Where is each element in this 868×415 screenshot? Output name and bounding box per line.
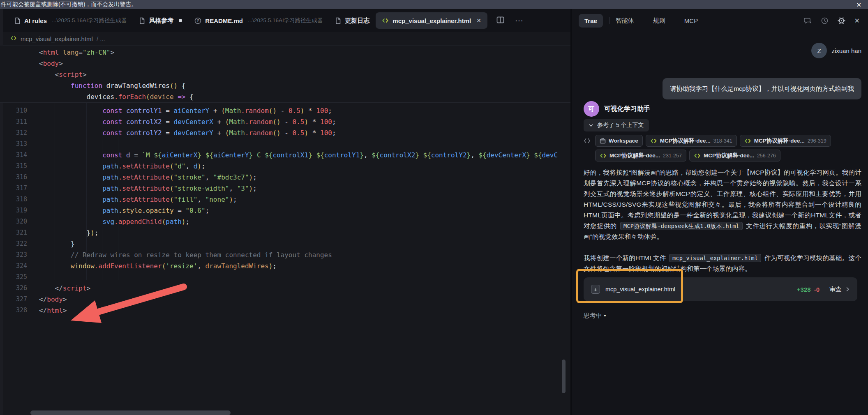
editor-tab-4[interactable]: mcp_visual_explainer.html✕ — [376, 12, 487, 29]
line-content: const controlY2 = devCenterY + (Math.ran… — [27, 127, 336, 138]
new-chat-icon[interactable] — [804, 17, 812, 25]
line-content: path.setAttribute("d", d); — [27, 161, 205, 172]
sticky-line[interactable]: <body> — [0, 58, 570, 69]
code-line[interactable]: 313 — [0, 138, 570, 150]
code-line[interactable]: 328</html> — [0, 305, 570, 316]
breadcrumb-rest[interactable]: / ... — [97, 35, 105, 42]
breadcrumb-file-icon — [10, 35, 17, 43]
assistant-paragraph-1: 好的，我将按照“图解漫画”的思路，帮助您创建一个关于【MCP协议】的可视化学习网… — [584, 167, 861, 242]
code-line[interactable]: 311 const controlX2 = devCenterX + (Math… — [0, 116, 570, 127]
code-token: ) — [90, 229, 95, 237]
code-token: * — [304, 107, 316, 115]
line-content: svg.appendChild(path); — [27, 216, 189, 227]
code-line[interactable]: 314 const d = `M ${aiCenterX} ${aiCenter… — [0, 150, 570, 161]
code-token: "stroke" — [174, 173, 205, 181]
diff-removed: -0 — [814, 286, 820, 293]
panel-tab-Trae[interactable]: Trae — [579, 14, 603, 28]
breadcrumb[interactable]: mcp_visual_explainer.html / ... — [0, 32, 570, 46]
code-line[interactable]: 318 path.setAttribute("fill", "none"); — [0, 194, 570, 205]
code-line[interactable]: 310 const controlY1 = aiCenterY + (Math.… — [0, 105, 570, 116]
code-icon — [382, 17, 389, 24]
file-icon — [14, 17, 21, 24]
sticky-line[interactable]: <html lang="zh-CN"> — [0, 47, 570, 58]
tab-close-icon[interactable]: ✕ — [476, 17, 481, 24]
created-file-card[interactable]: + mcp_visual_explainer.html +328 -0 审查 — [584, 277, 857, 301]
code-token — [39, 284, 55, 292]
code-line[interactable]: 321 }); — [0, 227, 570, 238]
code-token: device — [150, 93, 174, 101]
panel-tab-MCP[interactable]: MCP — [684, 17, 698, 24]
chat-panel-header: Trae智能体规则MCP ✕ — [572, 9, 868, 32]
panel-tab-规则[interactable]: 规则 — [653, 17, 665, 25]
editor-tab-0[interactable]: AI rules...\2025.5.16AI学习路径生成器 — [8, 12, 133, 29]
code-token: "3" — [237, 184, 249, 192]
assistant-avatar: 可 — [584, 101, 599, 117]
split-editor-icon[interactable] — [496, 16, 504, 25]
code-line[interactable]: 315 path.setAttribute("d", d); — [0, 161, 570, 172]
tab-bar-actions: ⋯ — [496, 16, 524, 25]
code-line[interactable]: 319 path.style.opacity = "0.6"; — [0, 205, 570, 216]
history-icon[interactable] — [821, 17, 829, 25]
code-token: } — [467, 151, 471, 159]
panel-tab-智能体[interactable]: 智能体 — [616, 17, 634, 25]
line-content: </html> — [27, 305, 67, 316]
code-line[interactable]: 323 // Redraw wires on resize to keep th… — [0, 249, 570, 261]
editor-horizontal-scrollbar[interactable] — [30, 410, 231, 415]
context-ref-chip[interactable]: Workspace — [595, 135, 643, 147]
code-line[interactable]: 327</body> — [0, 294, 570, 305]
code-line[interactable]: 316 path.setAttribute("stroke", "#bdc3c7… — [0, 172, 570, 183]
pane-divider[interactable] — [570, 9, 572, 415]
code-token: controlY2 — [431, 151, 467, 159]
code-token: } — [39, 240, 75, 248]
code-token: ) — [197, 162, 201, 170]
ai-chat-pane: Trae智能体规则MCP ✕ Z zixuan han 请协助我学习【什么是mc… — [572, 9, 868, 415]
code-line[interactable]: 325 — [0, 272, 570, 283]
ref-line-range: 318-341 — [713, 138, 732, 144]
more-actions-icon[interactable]: ⋯ — [515, 16, 524, 25]
line-number: 317 — [0, 183, 27, 194]
code-token: ( — [162, 218, 166, 226]
code-token: .setAttribute — [118, 173, 170, 181]
code-line[interactable]: 326 </script> — [0, 283, 570, 294]
code-token: .setAttribute — [118, 184, 170, 192]
breadcrumb-file-name[interactable]: mcp_visual_explainer.html — [21, 35, 93, 42]
sticky-line[interactable]: devices.forEach(device => { — [0, 91, 570, 102]
code-token — [39, 162, 102, 170]
code-line[interactable]: 312 const controlY2 = devCenterY + (Math… — [0, 127, 570, 138]
editor-tab-2[interactable]: ?README.md...\2025.5.16AI学习路径生成器 — [188, 12, 329, 29]
code-token — [201, 151, 205, 159]
inline-code-chip[interactable]: mcp_visual_explainer.html — [669, 254, 761, 262]
editor-tab-1[interactable]: 风格参考 — [133, 12, 188, 29]
code-token: } — [197, 151, 201, 159]
context-ref-chip[interactable]: MCP协议解释-dee...296-319 — [740, 135, 831, 147]
close-panel-icon[interactable]: ✕ — [854, 17, 860, 25]
context-ref-chip[interactable]: MCP协议解释-dee...231-257 — [595, 150, 686, 161]
code-token: () — [272, 129, 280, 137]
code-file-icon — [600, 152, 607, 159]
settings-gear-icon[interactable] — [838, 17, 845, 25]
review-button[interactable]: 审查 — [829, 286, 842, 293]
context-ref-chip[interactable]: MCP协议解释-dee...256-276 — [689, 150, 780, 161]
code-token: , — [197, 196, 205, 203]
sticky-line[interactable]: function drawTangledWires() { — [0, 80, 570, 91]
code-line[interactable]: 317 path.setAttribute("stroke-width", "3… — [0, 183, 570, 194]
editor-tab-3[interactable]: 更新日志 — [329, 12, 376, 29]
code-line[interactable]: 324 window.addEventListener('resize', dr… — [0, 261, 570, 272]
code-token: > — [83, 71, 87, 78]
code-token — [39, 207, 102, 214]
code-token: drawTangledWires — [205, 262, 269, 270]
line-content — [27, 272, 39, 283]
code-line[interactable]: 322 } — [0, 238, 570, 249]
editor-vertical-scrollbar[interactable] — [562, 360, 566, 393]
code-token: devC — [542, 151, 558, 159]
tab-label: mcp_visual_explainer.html — [392, 17, 471, 24]
code-editor[interactable]: <html lang="zh-CN"><body> <script> funct… — [0, 46, 570, 316]
context-ref-chip[interactable]: MCP协议解释-dee...318-341 — [646, 135, 737, 147]
line-content: path.style.opacity = "0.6"; — [27, 205, 209, 216]
code-line[interactable]: 320 svg.appendChild(path); — [0, 216, 570, 227]
sticky-line[interactable]: <script> — [0, 69, 570, 80]
warning-close-icon[interactable]: ✕ — [856, 2, 861, 8]
context-toggle[interactable]: 参考了 5 个上下文 — [584, 119, 649, 131]
inline-code-chip[interactable]: MCP协议解释-deepseek生成1.0版本.html — [620, 222, 743, 230]
editor-pane: AI rules...\2025.5.16AI学习路径生成器风格参考?READM… — [0, 9, 570, 415]
